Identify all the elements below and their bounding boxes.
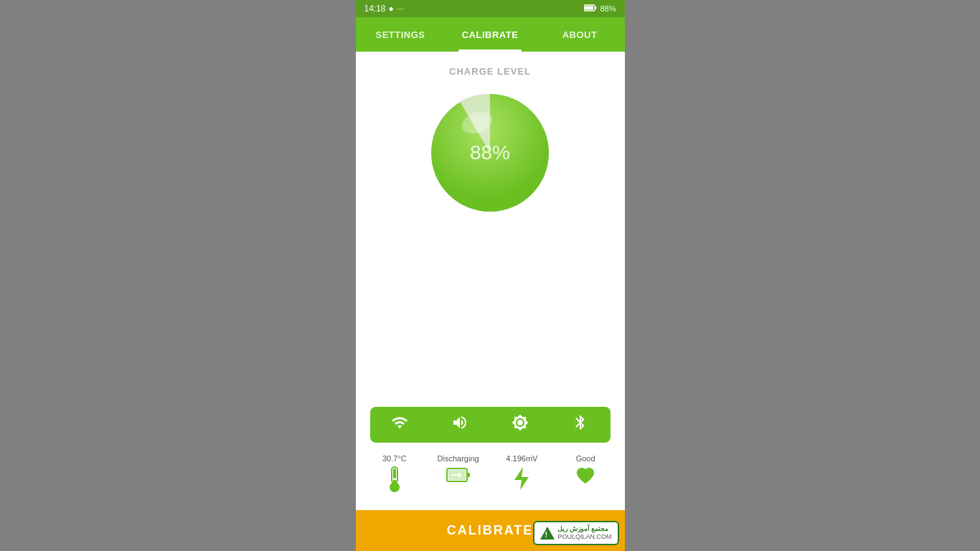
battery-percent: 88% — [600, 4, 616, 13]
charge-level-label: CHARGE LEVEL — [449, 66, 531, 77]
bluetooth-icon[interactable] — [572, 414, 589, 435]
tab-bar: SETTINGS CALIBRATE ABOUT — [356, 17, 625, 52]
battery-percent-display: 88% — [470, 141, 510, 164]
discharging-value: Discharging — [438, 454, 479, 463]
wifi-icon[interactable] — [391, 414, 408, 435]
voltage-value: 4.196mV — [506, 454, 537, 463]
svg-rect-2 — [585, 6, 593, 10]
volume-icon[interactable] — [451, 414, 468, 435]
svg-marker-16 — [514, 467, 529, 490]
stat-discharging: Discharging — [426, 454, 490, 490]
status-indicators: 88% — [584, 4, 616, 13]
stat-temperature: 30.7°C — [363, 454, 427, 499]
time-display: 14:18 — [364, 4, 386, 14]
svg-rect-7 — [393, 468, 396, 479]
health-value: Good — [576, 454, 595, 463]
watermark-line1: مجتمع آموزش ریل — [557, 525, 611, 533]
watermark-line2: POULQILAN.COM — [557, 533, 611, 541]
brightness-icon[interactable] — [512, 414, 529, 435]
svg-rect-1 — [595, 7, 597, 9]
status-bar: 14:18 ● ··· 88% — [356, 0, 625, 17]
dots-icon: ··· — [397, 4, 404, 14]
thermometer-icon — [385, 466, 405, 499]
status-time: 14:18 ● ··· — [364, 4, 404, 14]
signal-icon — [584, 4, 597, 13]
phone-frame: 14:18 ● ··· 88% SETTINGS CALIBRATE — [356, 0, 625, 551]
svg-rect-11 — [467, 473, 470, 477]
temperature-value: 30.7°C — [382, 454, 407, 463]
tab-settings[interactable]: SETTINGS — [356, 17, 446, 52]
stat-health: Good — [554, 454, 618, 490]
bolt-icon — [513, 466, 530, 496]
dot-icon: ● — [389, 4, 394, 14]
stat-voltage: 4.196mV — [490, 454, 554, 496]
svg-rect-9 — [393, 480, 396, 489]
watermark-triangle-icon — [540, 527, 555, 540]
heart-icon — [575, 466, 596, 490]
quick-icons-bar — [370, 407, 611, 443]
stats-row: 30.7°C Discharging — [356, 454, 625, 499]
tab-calibrate[interactable]: CALIBRATE — [446, 17, 535, 52]
battery-dc-icon — [446, 466, 471, 490]
battery-circle-container: 88% — [425, 88, 555, 217]
tab-about[interactable]: ABOUT — [535, 17, 625, 52]
watermark: مجتمع آموزش ریل POULQILAN.COM — [533, 521, 618, 545]
main-content: CHARGE LEVEL 88% — [356, 52, 625, 551]
